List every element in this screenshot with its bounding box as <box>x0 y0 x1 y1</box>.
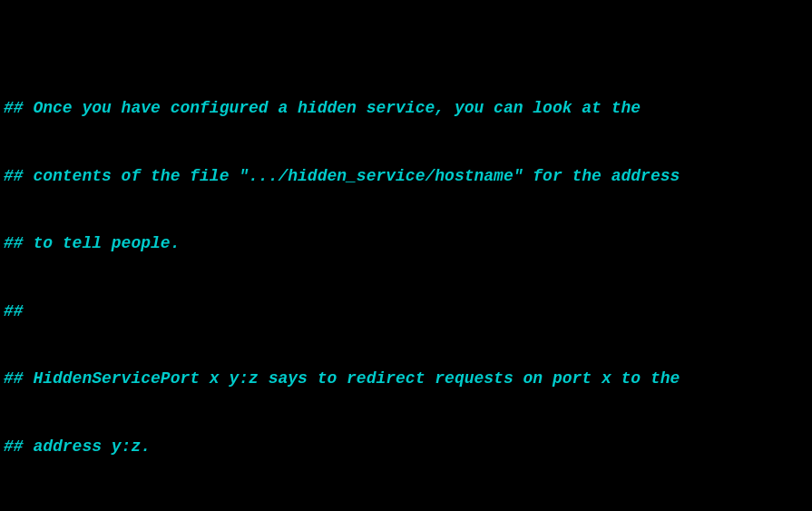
line-1: ## Once you have configured a hidden ser… <box>4 97 808 120</box>
terminal-window: ## Once you have configured a hidden ser… <box>0 0 812 511</box>
line-3: ## to tell people. <box>4 232 808 255</box>
line-4: ## <box>4 300 808 323</box>
terminal-content: ## Once you have configured a hidden ser… <box>4 53 808 511</box>
line-6: ## address y:z. <box>4 436 808 458</box>
line-7 <box>4 503 808 511</box>
line-5: ## HiddenServicePort x y:z says to redir… <box>4 368 808 390</box>
line-2: ## contents of the file ".../hidden_serv… <box>4 165 808 188</box>
